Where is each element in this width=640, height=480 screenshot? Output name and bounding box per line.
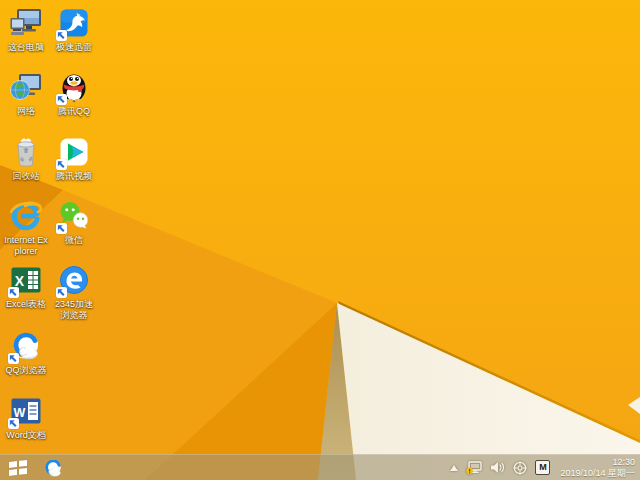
- desktop-icon-tencent-video[interactable]: 腾讯视频: [51, 135, 97, 182]
- shortcut-arrow-icon: [8, 353, 19, 364]
- qq-browser-icon: [42, 457, 64, 479]
- 2345-browser-icon: [57, 263, 91, 297]
- wechat-icon: [57, 199, 91, 233]
- network-status-icon[interactable]: [462, 455, 486, 480]
- excel-icon: X: [9, 263, 43, 297]
- recycle-bin-icon: [9, 135, 43, 169]
- shortcut-arrow-icon: [56, 287, 67, 298]
- shortcut-arrow-icon: [56, 94, 67, 105]
- shortcut-arrow-icon: [56, 30, 67, 41]
- desktop-icon-label: Internet Explorer: [3, 235, 49, 257]
- internet-explorer-icon: [9, 199, 43, 233]
- desktop-icon-qq[interactable]: 腾讯QQ: [51, 70, 97, 117]
- windows-logo-icon: [9, 460, 27, 475]
- desktop-icon-label: 这台电脑: [8, 42, 44, 53]
- desktop-icon-qq-browser[interactable]: QQ浏览器: [3, 329, 49, 376]
- clock-time: 12:30: [560, 457, 635, 468]
- qq-penguin-icon: [57, 70, 91, 104]
- taskbar: M 12:30 2019/10/14 星期一: [0, 454, 640, 480]
- desktop-icon-wechat[interactable]: 微信: [51, 199, 97, 246]
- taskbar-qq-browser-button[interactable]: [36, 455, 70, 480]
- shortcut-arrow-icon: [56, 223, 67, 234]
- desktop-icon-2345-browser[interactable]: 2345加速浏览器: [51, 263, 97, 321]
- taskbar-clock[interactable]: 12:30 2019/10/14 星期一: [560, 457, 635, 479]
- desktop-icon-label: 微信: [65, 235, 83, 246]
- input-method-m-badge: M: [535, 460, 550, 475]
- tray-utility-crosshair-icon[interactable]: [509, 455, 531, 480]
- volume-icon[interactable]: [486, 455, 509, 480]
- word-icon: W: [9, 394, 43, 428]
- show-hidden-icons-button[interactable]: [446, 455, 462, 480]
- desktop-icon-thunder[interactable]: 极速迅雷: [51, 6, 97, 53]
- qq-browser-icon: [9, 329, 43, 363]
- shortcut-arrow-icon: [8, 418, 19, 429]
- input-method-indicator[interactable]: M: [531, 455, 554, 480]
- desktop-icon-this-pc[interactable]: 这台电脑: [3, 6, 49, 53]
- this-pc-icon: [9, 6, 43, 40]
- clock-date: 2019/10/14 星期一: [560, 468, 635, 479]
- desktop-icon-network[interactable]: 网络: [3, 70, 49, 117]
- shortcut-arrow-icon: [8, 287, 19, 298]
- desktop-icon-internet-explorer[interactable]: Internet Explorer: [3, 199, 49, 257]
- shortcut-arrow-icon: [56, 159, 67, 170]
- tencent-video-icon: [57, 135, 91, 169]
- desktop-icon-word[interactable]: W Word文档: [3, 394, 49, 441]
- network-icon: [9, 70, 43, 104]
- system-tray: M 12:30 2019/10/14 星期一: [446, 455, 640, 480]
- desktop-icon-recycle-bin[interactable]: 回收站: [3, 135, 49, 182]
- desktop-icon-label: 网络: [17, 106, 35, 117]
- desktop-icon-excel[interactable]: X Excel表格: [3, 263, 49, 310]
- start-button[interactable]: [0, 455, 36, 480]
- thunder-icon: [57, 6, 91, 40]
- desktop-icon-label: 回收站: [13, 171, 40, 182]
